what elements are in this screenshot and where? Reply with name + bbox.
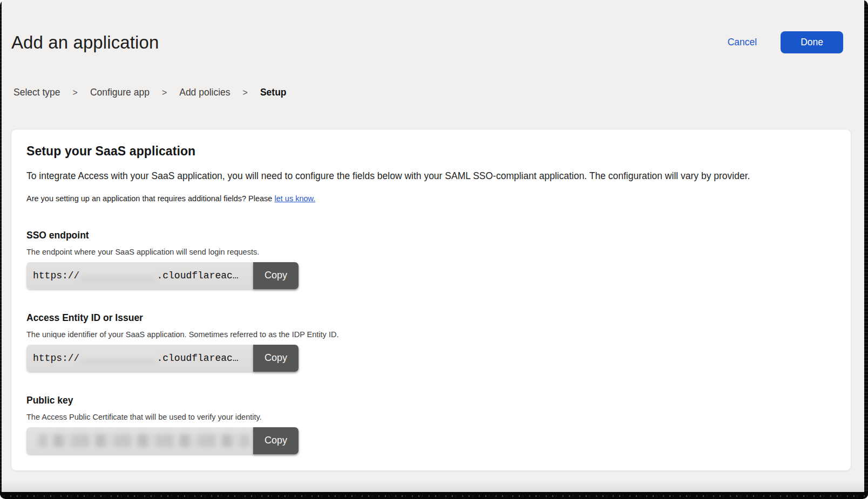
redacted-value-blur [80,270,156,282]
entity-id-value-row: https:// .cloudflareac… Copy [26,345,299,372]
let-us-know-link[interactable]: let us know. [274,194,315,203]
breadcrumb-configure-app[interactable]: Configure app [90,87,150,98]
copy-public-key-button[interactable]: Copy [253,427,299,454]
cropped-dark-content-strip [0,492,868,499]
field-sso-endpoint: SSO endpoint The endpoint where your Saa… [26,230,836,289]
public-key-value [26,427,253,454]
copy-entity-id-button[interactable]: Copy [253,345,299,372]
header-actions: Cancel Done [728,31,843,53]
field-label: SSO endpoint [26,230,836,241]
setup-card: Setup your SaaS application To integrate… [11,129,851,471]
redacted-value-blur [80,352,156,364]
additional-fields-note: Are you setting up an application that r… [26,194,836,203]
public-key-value-row: Copy [26,427,299,454]
field-label: Public key [26,395,836,406]
value-prefix: https:// [33,353,79,364]
breadcrumb-separator: > [73,88,78,98]
done-button[interactable]: Done [781,31,843,53]
bottom-gradient-shadow [0,480,868,492]
breadcrumb-separator: > [243,88,248,98]
breadcrumb-separator: > [162,88,167,98]
note-text: Are you setting up an application that r… [26,194,274,203]
card-intro-text: To integrate Access with your SaaS appli… [26,170,836,183]
add-application-window: Add an application Cancel Done Select ty… [0,0,868,499]
screenshot-right-edge [864,0,868,499]
screenshot-left-edge [0,0,2,499]
field-access-entity-id: Access Entity ID or Issuer The unique id… [26,312,836,372]
value-suffix: .cloudflareac… [157,270,238,281]
field-public-key: Public key The Access Public Certificate… [26,395,836,454]
entity-id-value: https:// .cloudflareac… [26,345,253,372]
breadcrumb: Select type > Configure app > Add polici… [13,87,868,98]
sso-endpoint-value: https:// .cloudflareac… [26,262,253,289]
value-prefix: https:// [33,270,79,281]
breadcrumb-select-type[interactable]: Select type [13,87,60,98]
field-description: The endpoint where your SaaS application… [26,248,836,256]
breadcrumb-add-policies[interactable]: Add policies [179,87,230,98]
sso-endpoint-value-row: https:// .cloudflareac… Copy [26,262,299,289]
field-label: Access Entity ID or Issuer [26,312,836,324]
cancel-button[interactable]: Cancel [728,37,757,48]
copy-sso-endpoint-button[interactable]: Copy [253,262,299,289]
breadcrumb-setup-current: Setup [260,87,287,98]
card-title: Setup your SaaS application [26,144,836,159]
page-header: Add an application Cancel Done [0,0,868,53]
redacted-value-blur [38,434,250,447]
field-description: The Access Public Certificate that will … [26,413,836,421]
page-title: Add an application [11,32,159,53]
value-suffix: .cloudflareac… [157,353,238,364]
field-description: The unique identifier of your SaaS appli… [26,330,836,339]
